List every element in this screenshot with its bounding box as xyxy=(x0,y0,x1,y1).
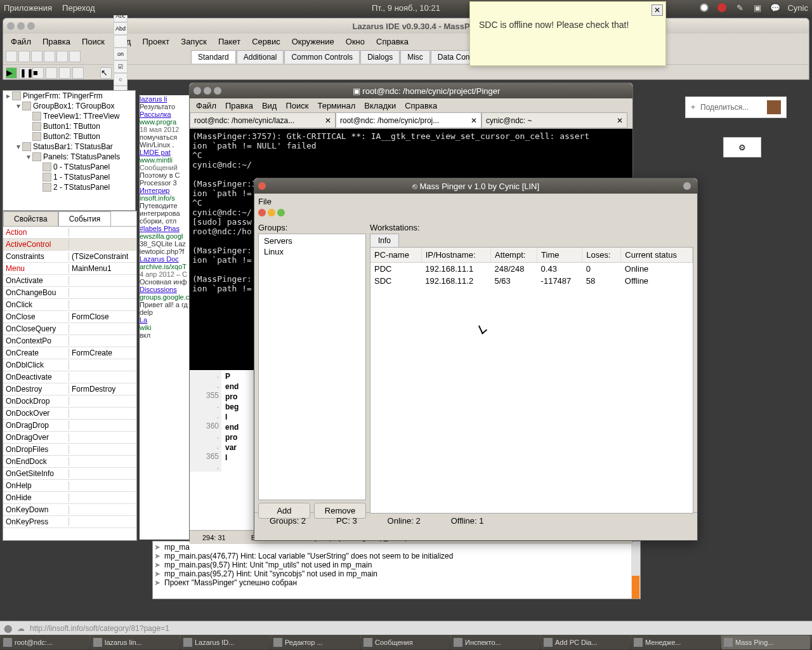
component-icon[interactable]: Abd xyxy=(114,22,128,35)
message-line[interactable]: ➤mp_ma xyxy=(154,543,639,552)
property-row[interactable]: OnDragDrop xyxy=(3,420,136,432)
shield-icon[interactable] xyxy=(716,2,728,13)
pause-icon[interactable]: ❚❚ xyxy=(19,67,30,79)
menu-applications[interactable]: Приложения xyxy=(4,3,52,13)
close-icon[interactable]: ✕ xyxy=(652,4,663,16)
property-row[interactable]: ActiveControl xyxy=(3,239,136,251)
property-row[interactable]: OnCloseQuery xyxy=(3,323,136,335)
window-close-icon[interactable] xyxy=(193,87,201,95)
step-over-icon[interactable] xyxy=(46,67,57,79)
message-line[interactable]: ➤mp_main.pas(476,77) Hint: Local variabl… xyxy=(154,552,639,560)
tree-item[interactable]: 2 - TStatusPanel xyxy=(3,182,135,192)
menu-item[interactable]: Файл xyxy=(192,100,220,112)
window-min-icon[interactable] xyxy=(683,182,691,190)
window-max-icon[interactable] xyxy=(214,87,221,95)
menu-item[interactable]: Справка xyxy=(401,100,441,112)
menu-item[interactable]: Окружение xyxy=(287,36,339,48)
tree-item[interactable]: 0 - TStatusPanel xyxy=(3,162,135,172)
window-min-icon[interactable] xyxy=(17,22,25,30)
property-row[interactable]: OnCloseFormClose xyxy=(3,311,136,323)
list-item[interactable]: Linux xyxy=(260,246,364,257)
column-header[interactable]: Time xyxy=(537,248,582,263)
property-row[interactable]: OnDockOver xyxy=(3,408,136,420)
run-icon[interactable]: ▶ xyxy=(6,67,17,79)
chat-icon[interactable]: 💬 xyxy=(769,2,781,13)
property-row[interactable]: OnEndDock xyxy=(3,456,136,468)
list-item[interactable]: Servers xyxy=(260,235,364,246)
message-line[interactable]: ➤mp_main.pas(9,57) Hint: Unit "mp_utils"… xyxy=(154,560,639,569)
close-icon[interactable]: ✕ xyxy=(471,116,477,125)
tree-item[interactable]: ▾StatusBar1: TStatusBar xyxy=(3,142,135,152)
close-icon[interactable]: ✕ xyxy=(325,116,331,125)
menu-places[interactable]: Переход xyxy=(62,3,95,13)
tab-info[interactable]: Info xyxy=(370,234,399,247)
menu-item[interactable]: Вкладки xyxy=(360,100,400,112)
column-header[interactable]: IP/Hostname: xyxy=(421,248,490,263)
component-tab[interactable]: Common Controls xyxy=(284,50,360,63)
tree-item[interactable]: Button1: TButton xyxy=(3,121,135,131)
property-row[interactable]: Constraints(TSizeConstraint xyxy=(3,251,136,263)
term-titlebar[interactable]: ▣ root@ndc: /home/cynic/project/Pinger xyxy=(190,83,632,98)
property-row[interactable]: Action xyxy=(3,227,136,239)
menu-file[interactable]: File xyxy=(258,197,272,206)
taskbar-item[interactable]: Mass Ping... xyxy=(721,635,810,649)
window-close-icon[interactable] xyxy=(258,182,266,190)
property-row[interactable]: OnDeactivate xyxy=(3,371,136,383)
window-max-icon[interactable] xyxy=(27,22,35,30)
property-row[interactable]: OnHide xyxy=(3,492,136,504)
window-close-icon[interactable] xyxy=(7,22,15,30)
window-min-icon[interactable] xyxy=(204,87,211,95)
pointer-icon[interactable]: ↖ xyxy=(100,67,112,79)
component-icon[interactable]: on xyxy=(114,48,128,60)
pen-icon[interactable]: ✎ xyxy=(734,2,745,13)
property-row[interactable]: MenuMainMenu1 xyxy=(3,263,136,275)
column-header[interactable]: Attempt: xyxy=(490,248,537,263)
close-icon[interactable]: ✕ xyxy=(617,116,623,125)
property-row[interactable]: OnDropFiles xyxy=(3,444,136,456)
property-row[interactable]: OnClick xyxy=(3,299,136,311)
taskbar-item[interactable]: Редактор ... xyxy=(271,635,360,649)
property-row[interactable]: OnHelp xyxy=(3,480,136,492)
save-icon[interactable] xyxy=(31,51,43,62)
new-icon[interactable] xyxy=(6,51,17,62)
table-row[interactable]: PDC192.168.11.1248/2480.430Online xyxy=(370,263,693,275)
groups-list[interactable]: ServersLinux xyxy=(258,234,366,500)
menu-item[interactable]: Окно xyxy=(341,36,370,48)
mp-titlebar[interactable]: ⎋ Mass Pinger v 1.0 by Cynic [LIN] xyxy=(254,178,697,194)
property-row[interactable]: OnActivate xyxy=(3,275,136,287)
component-tab[interactable]: Dialogs xyxy=(360,50,400,63)
settings-button[interactable]: ⚙ xyxy=(723,137,761,157)
menu-item[interactable]: Правка xyxy=(221,100,257,112)
menu-item[interactable]: Сервис xyxy=(247,36,285,48)
taskbar-item[interactable]: Сообщения xyxy=(361,635,450,649)
table-row[interactable]: SDC192.168.11.25/63-11748758Offline xyxy=(370,275,693,287)
terminal-tab[interactable]: root@ndc: /home/cynic/laza...✕ xyxy=(190,112,336,128)
property-row[interactable]: OnGetSiteInfo xyxy=(3,468,136,480)
property-row[interactable]: OnChangeBou xyxy=(3,287,136,299)
taskbar-item[interactable]: Менедже... xyxy=(631,635,720,649)
open-icon[interactable] xyxy=(18,51,30,62)
taskbar-item[interactable]: Lazarus ID... xyxy=(181,635,270,649)
property-row[interactable]: OnKeyDown xyxy=(3,504,136,516)
workstations-table[interactable]: PC-nameIP/Hostname:Attempt:TimeLoses:Cur… xyxy=(370,247,693,514)
menu-item[interactable]: Справка xyxy=(371,36,414,48)
step-into-icon[interactable] xyxy=(59,67,70,79)
step-out-icon[interactable] xyxy=(72,67,84,79)
form-icon[interactable] xyxy=(56,51,68,62)
menu-item[interactable]: Пакет xyxy=(213,36,246,48)
taskbar-item[interactable]: root@ndc:... xyxy=(1,635,89,649)
tree-item[interactable]: Button2: TButton xyxy=(3,131,135,142)
component-tab[interactable]: Misc xyxy=(400,50,430,63)
unit-icon[interactable] xyxy=(69,51,81,62)
property-row[interactable]: OnCreateFormCreate xyxy=(3,347,136,359)
property-row[interactable]: OnKeyPress xyxy=(3,516,136,528)
component-icon[interactable]: ☑ xyxy=(114,60,128,73)
stop-icon[interactable]: ■ xyxy=(32,67,44,79)
tree-item[interactable]: ▾Panels: TStatusPanels xyxy=(3,152,135,162)
menu-item[interactable]: Проект xyxy=(137,36,174,48)
mail-icon[interactable] xyxy=(698,2,710,13)
object-tree[interactable]: ▸PingerFrm: TPingerFrm▾GroupBox1: TGroup… xyxy=(3,90,136,211)
component-tab[interactable]: Standard xyxy=(191,50,236,63)
folder-icon[interactable]: ▣ xyxy=(752,2,763,13)
column-header[interactable]: Loses: xyxy=(582,248,621,263)
